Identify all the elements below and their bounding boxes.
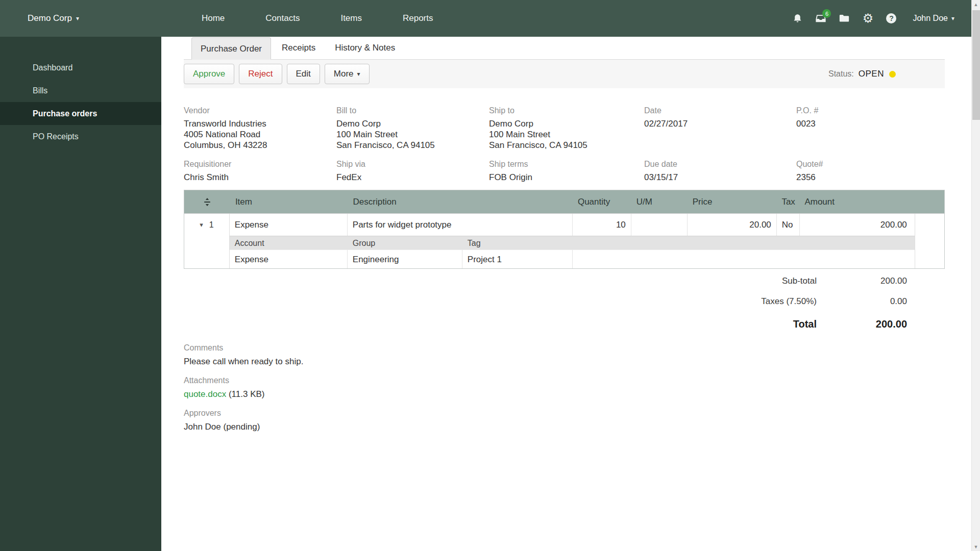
total-row: Total 200.00 [793, 312, 915, 336]
vendor-label: Vendor [184, 106, 336, 115]
approvers-text: John Doe (pending) [184, 421, 945, 432]
account-cell: Expense [230, 250, 348, 268]
totals-summary: Sub-total 200.00 Taxes (7.50%) 0.00 Tota… [184, 271, 915, 336]
left-sidebar: Dashboard Bills Purchase orders PO Recei… [0, 37, 161, 551]
status-indicator: Status: OPEN [828, 69, 896, 79]
caret-down-icon: ▾ [76, 15, 79, 22]
sidebar-item-purchase-orders[interactable]: Purchase orders [0, 102, 161, 125]
approve-button[interactable]: Approve [184, 64, 234, 84]
po-number-block: P.O. # 0023 [796, 106, 945, 151]
caret-down-icon: ▾ [951, 15, 954, 22]
line-items-table: Item Description Quantity U/M Price Tax … [184, 190, 945, 269]
user-name: John Doe [913, 14, 948, 23]
inbox-icon[interactable]: 6 [815, 12, 827, 24]
amount-cell: 200.00 [800, 214, 915, 236]
ship-terms-block: Ship terms FOB Origin [489, 160, 644, 183]
sidebar-item-bills[interactable]: Bills [0, 79, 161, 102]
org-selector[interactable]: Demo Corp ▾ [28, 13, 79, 23]
tax-cell: No [777, 214, 800, 236]
requisitioner-block: Requisitioner Chris Smith [184, 160, 336, 183]
scroll-up-button[interactable]: ▲ [972, 0, 980, 9]
bill-to-block: Bill to Demo Corp 100 Main Street San Fr… [336, 106, 489, 151]
po-details: Vendor Transworld Industries 4005 Nation… [184, 106, 945, 183]
attachments-section: Attachments quote.docx (11.3 KB) [184, 376, 945, 399]
sub-row: Expense Engineering Project 1 [230, 249, 915, 268]
action-toolbar: Approve Reject Edit More ▾ Status: OPEN [184, 60, 945, 88]
approvers-section: Approvers John Doe (pending) [184, 409, 945, 432]
scroll-down-button[interactable]: ▼ [972, 542, 980, 551]
navbar-actions: 6 ⚙ ? John Doe ▾ [791, 0, 954, 37]
vertical-scrollbar[interactable]: ▲ ▼ [971, 0, 980, 551]
um-cell [631, 214, 688, 236]
status-dot-icon [889, 71, 896, 78]
reject-button[interactable]: Reject [239, 64, 282, 84]
more-button[interactable]: More ▾ [325, 64, 370, 84]
date-block: Date 02/27/2017 [644, 106, 796, 151]
tax-row: Taxes (7.50%) 0.00 [761, 291, 915, 312]
sidebar-item-dashboard[interactable]: Dashboard [0, 56, 161, 79]
vendor-block: Vendor Transworld Industries 4005 Nation… [184, 106, 336, 151]
table-row: ▾ 1 Expense Parts for widget prototype 1… [184, 213, 944, 268]
attachment-size: (11.3 KB) [229, 389, 265, 399]
comments-label: Comments [184, 343, 945, 353]
table-header-row: Item Description Quantity U/M Price Tax … [184, 190, 944, 213]
status-value: OPEN [859, 69, 884, 79]
scrollbar-thumb[interactable] [972, 10, 980, 120]
tax-value: 0.00 [817, 296, 915, 307]
main-content: Purchase Order Receipts History & Notes … [161, 37, 980, 432]
comments-text: Please call when ready to ship. [184, 356, 945, 367]
row-number: 1 [209, 220, 214, 230]
primary-nav: Home Contacts Items Reports [181, 0, 454, 37]
subtotal-value: 200.00 [817, 276, 915, 286]
sidebar-item-po-receipts[interactable]: PO Receipts [0, 125, 161, 148]
tab-history-notes[interactable]: History & Notes [326, 37, 404, 59]
notifications-bell-icon[interactable] [791, 12, 803, 24]
quote-block: Quote# 2356 [796, 160, 945, 183]
item-cell: Expense [230, 214, 348, 236]
sub-header-row: Account Group Tag [230, 236, 915, 249]
top-navbar: Demo Corp ▾ Home Contacts Items Reports … [0, 0, 980, 37]
comments-section: Comments Please call when ready to ship. [184, 343, 945, 367]
attachments-label: Attachments [184, 376, 945, 385]
ship-to-block: Ship to Demo Corp 100 Main Street San Fr… [489, 106, 644, 151]
tag-cell: Project 1 [462, 250, 573, 268]
folder-icon[interactable] [838, 12, 850, 24]
due-date-block: Due date 03/15/17 [644, 160, 796, 183]
nav-contacts[interactable]: Contacts [245, 13, 320, 23]
price-cell: 20.00 [688, 214, 777, 236]
nav-home[interactable]: Home [181, 13, 245, 23]
status-label: Status: [828, 69, 854, 79]
attachment-link[interactable]: quote.docx [184, 389, 226, 399]
nav-reports[interactable]: Reports [382, 13, 454, 23]
row-expander-caret[interactable]: ▾ [200, 220, 203, 230]
group-cell: Engineering [348, 250, 462, 268]
gear-icon[interactable]: ⚙ [862, 12, 874, 24]
description-cell: Parts for widget prototype [348, 214, 573, 236]
approvers-label: Approvers [184, 409, 945, 418]
tab-receipts[interactable]: Receipts [273, 37, 324, 59]
notification-badge: 6 [822, 9, 831, 18]
help-icon[interactable]: ? [885, 12, 897, 24]
ship-via-block: Ship via FedEx [336, 160, 489, 183]
subtotal-row: Sub-total 200.00 [782, 271, 915, 291]
tab-purchase-order[interactable]: Purchase Order [191, 37, 271, 60]
edit-button[interactable]: Edit [287, 64, 320, 84]
row-handle-cell: ▾ 1 [184, 214, 230, 268]
quantity-cell: 10 [573, 214, 631, 236]
nav-items[interactable]: Items [320, 13, 382, 23]
total-value: 200.00 [817, 318, 915, 330]
user-menu[interactable]: John Doe ▾ [913, 14, 954, 23]
org-name: Demo Corp [28, 13, 72, 23]
caret-down-icon: ▾ [357, 70, 360, 78]
reorder-rows-icon [184, 198, 230, 206]
detail-tabs: Purchase Order Receipts History & Notes [184, 37, 945, 60]
item-row: Expense Parts for widget prototype 10 20… [230, 214, 915, 236]
